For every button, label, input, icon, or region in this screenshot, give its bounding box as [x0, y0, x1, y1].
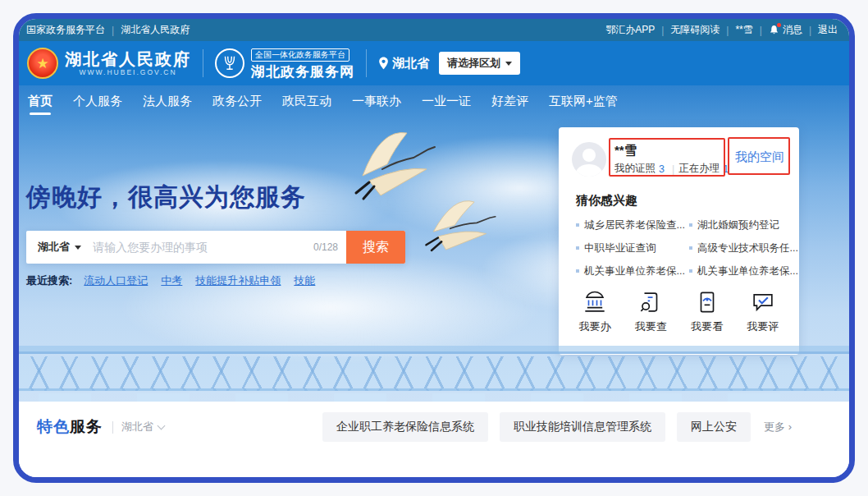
location-pin-icon [378, 57, 389, 70]
search-doc-icon [638, 290, 663, 315]
hero-section: 首页 个人服务 法人服务 政务公开 政民互动 一事联办 一业一证 好差评 互联网… [19, 85, 849, 402]
action-i-want-to-check[interactable]: 我要查 [625, 290, 676, 334]
interest-link[interactable]: 城乡居民养老保险查... [576, 218, 689, 232]
processing-label[interactable]: 正在办理 [678, 162, 720, 176]
interest-link[interactable]: 中职毕业证查询 [576, 241, 689, 255]
featured-title-highlight: 特色 [37, 416, 70, 438]
search-input[interactable] [93, 241, 308, 254]
interests-title: 猜你感兴趣 [576, 193, 637, 209]
divider: | [726, 25, 729, 36]
avatar[interactable] [572, 142, 606, 177]
link-messages[interactable]: 消息 [783, 23, 802, 37]
action-label: 我要办 [579, 319, 611, 334]
current-location: 湖北省 [378, 56, 429, 71]
site-header: ★ 湖北省人民政府 WWW.HUBEI.GOV.CN 全国一体化政务服务平台 湖… [19, 41, 849, 85]
bell-icon[interactable] [769, 25, 779, 35]
nav-item-legal-services[interactable]: 法人服务 [141, 86, 194, 117]
user-name[interactable]: **雪 [614, 143, 637, 158]
link-accessibility[interactable]: 无障碍阅读 [670, 23, 720, 37]
notification-dot [777, 23, 781, 27]
recent-searches: 最近搜索: 流动人口登记 中考 技能提升补贴申领 技能 [26, 273, 328, 288]
nav-item-internet-supervision[interactable]: 互联网+监管 [547, 86, 619, 117]
gov-brand[interactable]: 湖北省人民政府 WWW.HUBEI.GOV.CN [65, 50, 191, 76]
featured-service-button[interactable]: 企业职工养老保险信息系统 [322, 412, 488, 442]
search-bar: 湖北省 0/128 搜索 [26, 231, 405, 264]
view-doc-icon [695, 290, 720, 315]
featured-region-dropdown[interactable]: 湖北省 [121, 420, 164, 434]
interest-link[interactable]: 机关事业单位养老保... [689, 264, 798, 278]
action-i-want-to-apply[interactable]: 我要办 [569, 290, 620, 334]
search-button[interactable]: 搜索 [346, 231, 405, 264]
user-counts: 我的证照 3 | 正在办理 1 [614, 162, 732, 176]
nav-item-one-license[interactable]: 一业一证 [420, 86, 473, 117]
featured-service-button[interactable]: 网上公安 [677, 412, 751, 442]
recent-search-link[interactable]: 流动人口登记 [84, 273, 148, 288]
featured-service-button[interactable]: 职业技能培训信息管理系统 [500, 412, 665, 442]
national-emblem-icon: ★ [27, 48, 58, 79]
search-region-label: 湖北省 [38, 240, 70, 255]
divider: | [112, 25, 114, 36]
divider: | [672, 163, 674, 175]
chevron-down-icon [75, 246, 81, 250]
portal-logo-icon [215, 48, 244, 78]
utility-right: 鄂汇办APP | 无障碍阅读 | **雪 | 消息 | 退出 [605, 23, 838, 37]
divider [203, 49, 203, 77]
action-label: 我要查 [635, 319, 667, 334]
link-national-platform[interactable]: 国家政务服务平台 [26, 23, 105, 37]
site-name: 湖北省人民政府 [65, 50, 191, 68]
utility-bar: 国家政务服务平台 | 湖北省人民政府 鄂汇办APP | 无障碍阅读 | **雪 … [19, 19, 849, 41]
platform-label: 全国一体化政务服务平台 [251, 48, 349, 62]
featured-region-label: 湖北省 [121, 420, 153, 434]
search-char-counter: 0/128 [313, 241, 338, 253]
nav-item-joint-handling[interactable]: 一事联办 [350, 86, 403, 117]
action-i-want-to-rate[interactable]: 我要评 [738, 290, 788, 334]
search-region-dropdown[interactable]: 湖北省 [26, 240, 93, 255]
quick-actions: 我要办 我要查 [567, 290, 791, 334]
link-ehuiban-app[interactable]: 鄂汇办APP [605, 23, 655, 37]
topbar-username[interactable]: **雪 [735, 23, 752, 37]
bridge-decoration [19, 346, 849, 402]
nav-item-home[interactable]: 首页 [26, 86, 54, 117]
divider: | [661, 25, 664, 36]
nav-item-personal-services[interactable]: 个人服务 [71, 86, 124, 117]
region-selector-label: 请选择区划 [447, 56, 500, 71]
action-label: 我要看 [691, 319, 723, 334]
interest-link[interactable]: 高级专业技术职务任... [689, 241, 798, 255]
user-panel: **雪 我的证照 3 | 正在办理 1 我的空间 猜你感兴趣 城乡居民养老保险查… [559, 127, 799, 355]
recent-search-link[interactable]: 技能 [294, 273, 315, 288]
recent-search-link[interactable]: 中考 [161, 273, 182, 288]
divider [366, 49, 367, 77]
featured-services-band: 特色 服务 湖北省 企业职工养老保险信息系统 职业技能培训信息管理系统 网上公安… [19, 402, 849, 477]
chevron-down-icon [505, 62, 512, 66]
interest-link[interactable]: 机关事业单位养老保... [576, 264, 689, 278]
link-logout[interactable]: 退出 [818, 23, 838, 37]
chevron-down-icon [158, 422, 166, 430]
interests-list: 城乡居民养老保险查... 湖北婚姻预约登记 中职毕业证查询 高级专业技术职务任.… [576, 214, 786, 282]
more-link[interactable]: 更多 › [764, 420, 792, 434]
site-url: WWW.HUBEI.GOV.CN [65, 68, 191, 76]
nav-item-civic-interaction[interactable]: 政民互动 [281, 86, 333, 117]
bank-icon [582, 290, 607, 315]
greeting-text: 傍晚好，很高兴为您服务 [26, 181, 306, 214]
portal-brand[interactable]: 全国一体化政务服务平台 湖北政务服务网 [251, 46, 354, 81]
recent-search-link[interactable]: 技能提升补贴申领 [195, 273, 281, 288]
divider [112, 421, 113, 434]
divider: | [760, 25, 762, 36]
main-nav: 首页 个人服务 法人服务 政务公开 政民互动 一事联办 一业一证 好差评 互联网… [19, 85, 849, 117]
certificates-label[interactable]: 我的证照 [614, 162, 656, 176]
utility-left: 国家政务服务平台 | 湖北省人民政府 [26, 23, 190, 37]
nav-item-rating[interactable]: 好差评 [490, 86, 530, 117]
nav-item-gov-disclosure[interactable]: 政务公开 [211, 86, 263, 117]
processing-count[interactable]: 1 [723, 163, 729, 175]
region-selector-button[interactable]: 请选择区划 [439, 52, 520, 75]
action-i-want-to-view[interactable]: 我要看 [682, 290, 733, 334]
recent-searches-label: 最近搜索: [26, 273, 72, 288]
certificates-count[interactable]: 3 [659, 163, 665, 175]
interest-link[interactable]: 湖北婚姻预约登记 [689, 218, 798, 232]
my-space-link[interactable]: 我的空间 [735, 149, 784, 165]
comment-check-icon [751, 290, 775, 315]
link-provincial-gov[interactable]: 湖北省人民政府 [121, 23, 190, 37]
location-name: 湖北省 [392, 56, 429, 71]
portal-window: 国家政务服务平台 | 湖北省人民政府 鄂汇办APP | 无障碍阅读 | **雪 … [13, 13, 855, 483]
portal-name: 湖北政务服务网 [251, 62, 354, 81]
